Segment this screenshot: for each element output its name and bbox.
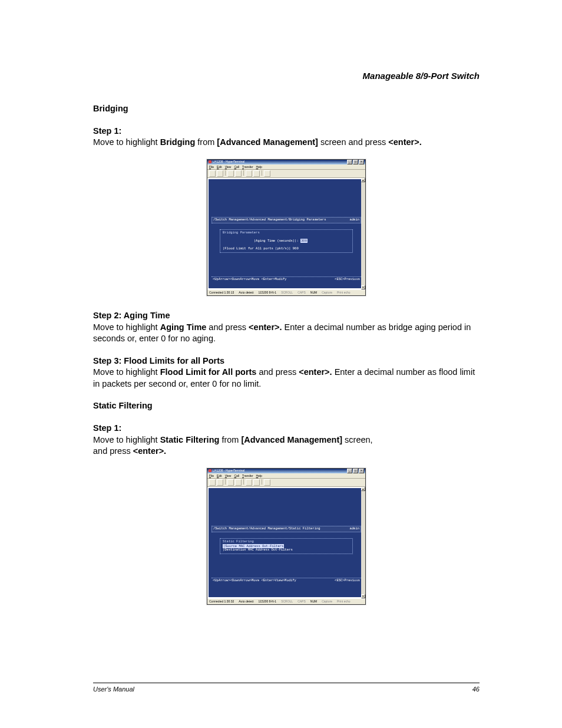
maximize-button[interactable]: □: [353, 469, 358, 473]
menu-help[interactable]: Help: [256, 165, 262, 169]
toolbar-button[interactable]: [227, 170, 234, 177]
bridging-parameters-panel: Bridging Parameters |Aging Time (seconds…: [220, 229, 353, 253]
scroll-up-icon[interactable]: ▴: [361, 487, 365, 491]
step2-text: Move to highlight Aging Time and press <…: [93, 322, 480, 345]
toolbar: [207, 479, 365, 487]
toolbar-button[interactable]: [246, 479, 252, 486]
hint-left: <UpArrow><DownArrow>Move <Enter>Modify: [213, 278, 286, 282]
toolbar-button[interactable]: [209, 479, 216, 486]
footer-page-number: 46: [472, 686, 480, 693]
page-header: Manageable 8/9-Port Switch: [363, 71, 480, 81]
window-title: LH1208 - HyperTerminal: [213, 469, 244, 473]
minimize-button[interactable]: _: [347, 160, 352, 164]
menu-transfer[interactable]: Transfer: [242, 165, 253, 169]
scroll-track[interactable]: [361, 491, 365, 594]
menubar: File Edit View Call Transfer Help: [207, 473, 365, 479]
status-caps: CAPS: [297, 291, 306, 295]
scroll-up-icon[interactable]: ▴: [361, 178, 365, 182]
step3-text: Move to highlight Flood Limit for All po…: [93, 367, 480, 390]
app-icon: [209, 469, 211, 472]
status-detect: Auto detect: [239, 599, 253, 604]
figure-bridging: LH1208 - HyperTerminal _ □ × File Edit V…: [93, 159, 480, 297]
terminal-area: /Switch Management/Advanced Management/S…: [207, 487, 365, 598]
menu-edit[interactable]: Edit: [217, 165, 222, 169]
status-printecho: Print echo: [337, 291, 351, 295]
menu-file[interactable]: File: [209, 474, 214, 478]
close-button[interactable]: ×: [359, 469, 364, 473]
bridging-heading: Bridging: [93, 103, 480, 115]
scrollbar[interactable]: ▴ ▾: [361, 178, 365, 289]
user-label: admin: [349, 527, 359, 531]
step1-text: Move to highlight Bridging from [Advance…: [93, 137, 480, 149]
bridging-step1: Step 1: Move to highlight Bridging from …: [93, 126, 480, 149]
close-button[interactable]: ×: [359, 160, 364, 164]
scroll-track[interactable]: [361, 182, 365, 285]
menu-call[interactable]: Call: [234, 474, 239, 478]
dest-mac-row[interactable]: |Destination MAC Address Out-Filters: [223, 548, 350, 552]
step3-title: Step 3: Flood Limits for all Ports: [93, 355, 480, 367]
status-connected: Connected 1:30:13: [209, 291, 234, 295]
breadcrumb-row: /Switch Management/Advanced Management/B…: [211, 217, 361, 223]
footer-left: User's Manual: [93, 686, 134, 693]
scroll-down-icon[interactable]: ▾: [361, 285, 365, 289]
toolbar-button[interactable]: [209, 170, 216, 177]
aging-time-value[interactable]: 300: [300, 239, 308, 243]
menu-transfer[interactable]: Transfer: [242, 474, 253, 478]
toolbar-button[interactable]: [246, 170, 252, 177]
menu-edit[interactable]: Edit: [217, 474, 222, 478]
scroll-down-icon[interactable]: ▾: [361, 594, 365, 598]
menu-file[interactable]: File: [209, 165, 214, 169]
toolbar-separator: [262, 479, 262, 485]
toolbar: [207, 170, 365, 178]
app-icon: [209, 160, 211, 163]
toolbar-button[interactable]: [227, 479, 234, 486]
menu-view[interactable]: View: [225, 474, 232, 478]
toolbar-separator: [225, 479, 226, 485]
toolbar-button[interactable]: [253, 479, 260, 486]
toolbar-button[interactable]: [253, 170, 260, 177]
breadcrumb: /Switch Management/Advanced Management/B…: [213, 218, 326, 222]
hyperterminal-window-1: LH1208 - HyperTerminal _ □ × File Edit V…: [207, 159, 366, 297]
titlebar: LH1208 - HyperTerminal _ □ ×: [207, 160, 365, 164]
toolbar-button[interactable]: [235, 479, 242, 486]
static-filtering-panel: Static Filtering |Source MAC Address Out…: [220, 538, 353, 554]
toolbar-button[interactable]: [217, 170, 223, 177]
toolbar-button[interactable]: [235, 170, 242, 177]
toolbar-button[interactable]: [264, 170, 270, 177]
terminal-area: /Switch Management/Advanced Management/B…: [207, 178, 365, 289]
status-capture: Capture: [322, 599, 332, 604]
status-printecho: Print echo: [337, 599, 351, 604]
window-title: LH1208 - HyperTerminal: [213, 160, 244, 164]
sf-step1-text: Move to highlight Static Filtering from …: [93, 434, 480, 457]
user-label: admin: [349, 218, 359, 222]
hyperterminal-window-2: LH1208 - HyperTerminal _ □ × File Edit V…: [207, 468, 366, 605]
aging-time-row[interactable]: |Aging Time (seconds)|: 300: [223, 236, 350, 248]
status-caps: CAPS: [297, 599, 306, 604]
hint-right: <ESC>Previous: [335, 278, 360, 282]
statusbar: Connected 1:30:13 Auto detect 115200 8-N…: [207, 289, 365, 295]
toolbar-button[interactable]: [217, 479, 223, 486]
breadcrumb-row: /Switch Management/Advanced Management/S…: [211, 526, 361, 532]
step1-title: Step 1:: [93, 126, 480, 137]
status-connected: Connected 1:30:32: [209, 599, 234, 604]
maximize-button[interactable]: □: [353, 160, 358, 164]
menu-call[interactable]: Call: [234, 165, 239, 169]
toolbar-button[interactable]: [264, 479, 270, 486]
figure-static-filtering: LH1208 - HyperTerminal _ □ × File Edit V…: [93, 468, 480, 606]
hint-left: <UpArrow><DownArrow>Move <Enter>View>Mod…: [213, 579, 296, 583]
panel-title: Bridging Parameters: [223, 231, 350, 236]
terminal[interactable]: /Switch Management/Advanced Management/S…: [209, 488, 364, 597]
scrollbar[interactable]: ▴ ▾: [361, 487, 365, 598]
menu-help[interactable]: Help: [256, 474, 262, 478]
menubar: File Edit View Call Transfer Help: [207, 164, 365, 170]
flood-limit-row[interactable]: |Flood Limit for All ports (pkt/s)| 960: [223, 247, 350, 251]
page-footer: User's Manual 46: [93, 683, 480, 693]
menu-view[interactable]: View: [225, 165, 232, 169]
minimize-button[interactable]: _: [347, 469, 352, 473]
toolbar-separator: [243, 170, 244, 176]
toolbar-separator: [225, 170, 226, 176]
status-speed: 115200 8-N-1: [259, 291, 277, 295]
hint-right: <ESC>Previous: [335, 579, 360, 583]
status-num: NUM: [310, 291, 317, 295]
terminal[interactable]: /Switch Management/Advanced Management/B…: [209, 179, 364, 288]
